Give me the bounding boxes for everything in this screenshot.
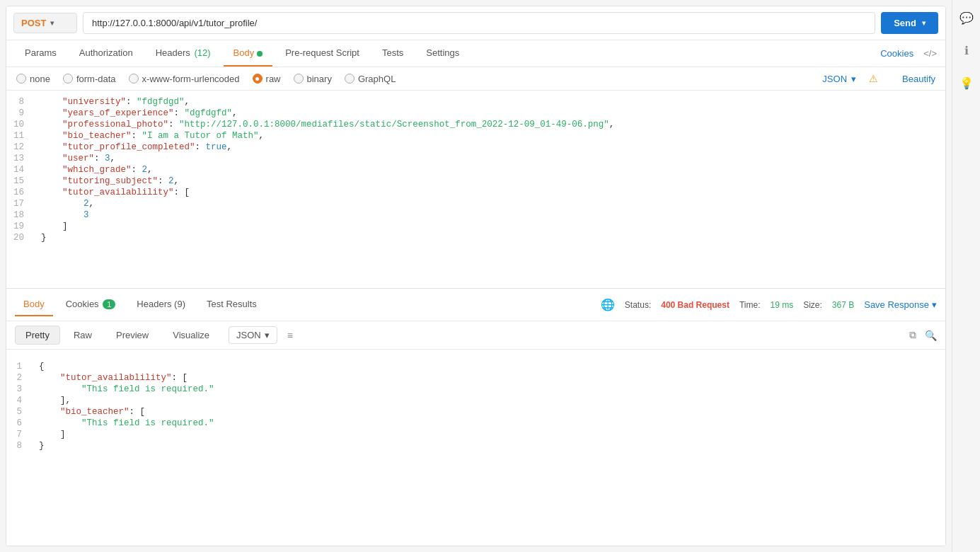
send-chevron-icon: ▾ <box>922 19 926 27</box>
tab-params[interactable]: Params <box>15 40 67 67</box>
response-format-selector[interactable]: JSON ▾ <box>229 326 277 344</box>
resp-tab-cookies[interactable]: Cookies 1 <box>57 293 125 316</box>
request-body-editor[interactable]: 8 "university": "fdgfdgd", 9 "years_of_e… <box>6 91 945 289</box>
table-row: 9 "years_of_experience": "dgfdgfd", <box>6 108 945 119</box>
radio-binary[interactable]: binary <box>294 74 332 84</box>
send-label: Send <box>894 18 916 28</box>
view-tab-raw[interactable]: Raw <box>63 326 103 345</box>
tab-body[interactable]: Body <box>224 40 273 67</box>
request-tabs-bar: Params Authorization Headers (12) Body P… <box>6 40 945 67</box>
time-value: 19 ms <box>770 300 793 310</box>
radio-none-circle <box>16 74 26 84</box>
table-row: 17 2, <box>6 198 945 209</box>
table-row: 3 "This field is required." <box>6 384 945 395</box>
chat-icon[interactable]: 💬 <box>956 7 977 28</box>
table-row: 20 } <box>6 232 945 243</box>
radio-raw-circle <box>253 74 263 84</box>
copy-icon[interactable]: ⧉ <box>909 329 916 341</box>
table-row: 18 3 <box>6 209 945 221</box>
right-sidebar: 💬 ℹ 💡 <box>952 0 980 552</box>
bulb-icon[interactable]: 💡 <box>956 72 977 93</box>
time-label: Time: <box>739 300 761 310</box>
table-row: 19 ] <box>6 221 945 232</box>
response-view-bar: Pretty Raw Preview Visualize JSON ▾ ≡ ⧉ … <box>6 321 945 350</box>
url-input[interactable] <box>83 12 875 34</box>
tab-tests[interactable]: Tests <box>372 40 413 67</box>
resp-tab-headers[interactable]: Headers (9) <box>128 293 194 316</box>
method-dropdown[interactable]: POST ▾ <box>13 13 77 33</box>
table-row: 1 { <box>6 361 945 372</box>
table-row: 8 } <box>6 440 945 452</box>
info-icon[interactable]: ℹ <box>956 40 977 61</box>
radio-urlencoded-circle <box>129 74 139 84</box>
tab-headers[interactable]: Headers (12) <box>146 40 221 67</box>
save-chevron-icon: ▾ <box>932 299 937 310</box>
view-tab-visualize[interactable]: Visualize <box>162 326 220 345</box>
method-label: POST <box>21 18 46 28</box>
table-row: 2 "tutor_availablility": [ <box>6 372 945 384</box>
response-header-bar: Body Cookies 1 Headers (9) Test Results … <box>6 289 945 321</box>
filter-icon[interactable]: ≡ <box>287 330 293 341</box>
radio-binary-circle <box>294 74 304 84</box>
table-row: 13 "user": 3, <box>6 153 945 164</box>
body-type-bar: none form-data x-www-form-urlencoded raw… <box>6 67 945 91</box>
body-dot-indicator <box>257 51 263 57</box>
code-icon: </> <box>923 48 937 59</box>
top-bar: POST ▾ Send ▾ <box>6 6 945 40</box>
radio-none[interactable]: none <box>16 74 50 84</box>
resp-tab-test-results[interactable]: Test Results <box>198 293 265 316</box>
radio-urlencoded[interactable]: x-www-form-urlencoded <box>129 74 240 84</box>
radio-graphql-circle <box>345 74 354 84</box>
request-code-lines: 8 "university": "fdgfdgd", 9 "years_of_e… <box>6 91 945 249</box>
tab-settings[interactable]: Settings <box>416 40 469 67</box>
response-status-area: 🌐 Status: 400 Bad Request Time: 19 ms Si… <box>601 298 937 311</box>
table-row: 5 "bio_teacher": [ <box>6 406 945 418</box>
view-tab-preview[interactable]: Preview <box>105 326 159 345</box>
radio-form-data[interactable]: form-data <box>63 74 116 84</box>
beautify-button[interactable]: Beautify <box>902 74 935 84</box>
format-label: JSON <box>236 330 261 340</box>
globe-icon: 🌐 <box>601 298 615 311</box>
send-button[interactable]: Send ▾ <box>881 12 938 34</box>
table-row: 12 "tutor_profile_completed": true, <box>6 142 945 153</box>
resp-tab-body[interactable]: Body <box>15 293 53 316</box>
cookies-link[interactable]: Cookies <box>880 41 913 66</box>
status-label: Status: <box>625 300 651 310</box>
size-value: 367 B <box>832 300 854 310</box>
size-label: Size: <box>803 300 822 310</box>
radio-graphql[interactable]: GraphQL <box>345 74 396 84</box>
method-chevron-icon: ▾ <box>50 19 54 27</box>
search-icon[interactable]: 🔍 <box>925 330 937 341</box>
response-section: Body Cookies 1 Headers (9) Test Results … <box>6 289 945 546</box>
tab-authorization[interactable]: Authorization <box>69 40 143 67</box>
radio-form-data-circle <box>63 74 73 84</box>
response-body-editor[interactable]: 1 { 2 "tutor_availablility": [ 3 "This f… <box>6 350 945 546</box>
save-response-button[interactable]: Save Response ▾ <box>864 299 937 310</box>
table-row: 14 "which_grade": 2, <box>6 164 945 176</box>
status-code-value: 400 Bad Request <box>661 300 730 310</box>
view-tab-pretty[interactable]: Pretty <box>15 326 60 345</box>
radio-raw[interactable]: raw <box>253 74 281 84</box>
format-chevron-icon: ▾ <box>265 330 270 340</box>
table-row: 6 "This field is required." <box>6 418 945 429</box>
json-format-selector[interactable]: JSON ▾ <box>822 74 856 84</box>
json-format-label: JSON <box>822 74 847 84</box>
warning-icon: ⚠ <box>869 73 878 84</box>
table-row: 16 "tutor_availablility": [ <box>6 187 945 198</box>
tab-pre-request-script[interactable]: Pre-request Script <box>275 40 369 67</box>
table-row: 4 ], <box>6 395 945 406</box>
table-row: 8 "university": "fdgfdgd", <box>6 96 945 108</box>
table-row: 10 "professional_photo": "http://127.0.0… <box>6 119 945 130</box>
table-row: 11 "bio_teacher": "I am a Tutor of Math"… <box>6 130 945 142</box>
table-row: 15 "tutoring_subject": 2, <box>6 176 945 187</box>
table-row: 7 ] <box>6 429 945 440</box>
json-chevron-icon: ▾ <box>851 74 856 84</box>
response-code-lines: 1 { 2 "tutor_availablility": [ 3 "This f… <box>6 355 945 457</box>
